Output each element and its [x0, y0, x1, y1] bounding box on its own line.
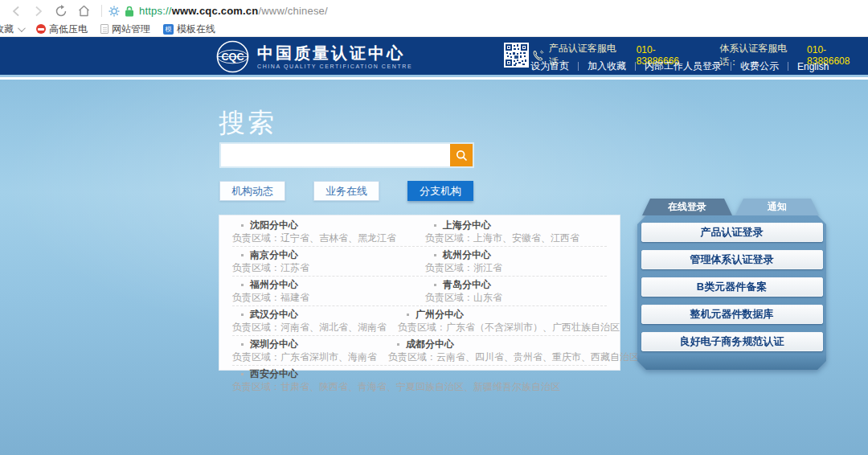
chevron-down-icon: [18, 24, 26, 32]
branch-region: 负责区域：江苏省: [232, 261, 414, 274]
bullet-icon: [434, 284, 436, 286]
branch-name[interactable]: 西安分中心: [250, 367, 298, 381]
branch-name[interactable]: 福州分中心: [250, 278, 298, 292]
branch-row: 西安分中心 负责区域：甘肃省、陕西省、青海省、宁夏回族自治区、新疆维吾尔族自治区: [232, 366, 607, 395]
link-divider: [731, 62, 731, 71]
product-cert-login-button[interactable]: 产品认证登录: [641, 223, 823, 242]
section-tabs: 机构动态 业务在线 分支机构: [219, 181, 473, 201]
refresh-icon: [55, 5, 68, 18]
back-icon: [12, 6, 20, 17]
link-staff-login[interactable]: 内部工作人员登录: [645, 59, 722, 73]
bookmark-favicon-blue: 模: [163, 24, 174, 35]
search-box: [219, 142, 474, 168]
branch-item: 西安分中心 负责区域：甘肃省、陕西省、青海省、宁夏回族自治区、新疆维吾尔族自治区: [232, 368, 607, 393]
login-panel-tabs: 在线登录 通知: [637, 199, 826, 215]
branch-item: 武汉分中心 负责区域：河南省、湖北省、湖南省: [232, 309, 387, 334]
link-add-favorite[interactable]: 加入收藏: [588, 59, 626, 73]
search-input[interactable]: [221, 144, 450, 166]
branch-name[interactable]: 杭州分中心: [443, 248, 491, 262]
branch-name[interactable]: 南京分中心: [250, 248, 298, 262]
branch-region: 负责区域：上海市、安徽省、江西省: [425, 232, 607, 244]
home-button[interactable]: [74, 3, 93, 19]
bookmark-template-online[interactable]: 模 模板在线: [163, 23, 215, 36]
branch-item: 深圳分中心 负责区域：广东省深圳市、海南省: [232, 338, 377, 363]
branch-region: 负责区域：福建省: [232, 291, 414, 304]
management-system-cert-login-button[interactable]: 管理体系认证登录: [641, 250, 823, 269]
bookmark-gaodiyadian[interactable]: 高低压电: [36, 23, 88, 36]
page-title: 搜索: [219, 105, 276, 141]
refresh-button[interactable]: [51, 3, 71, 19]
branch-region: 负责区域：山东省: [425, 291, 607, 304]
branch-region: 负责区域：广东省（不含深圳市）、广西壮族自治区: [398, 321, 620, 334]
tab-notice[interactable]: 通知: [735, 199, 819, 215]
site-title-block: 中国质量认证中心 CHINA QUALITY CERTIFICATION CEN…: [257, 44, 412, 69]
branch-item: 杭州分中心 负责区域：浙江省: [425, 249, 607, 274]
bookmarks-bar: 收藏 高低压电 网站管理 模 模板在线: [0, 22, 868, 36]
tab-online-business[interactable]: 业务在线: [313, 181, 379, 201]
address-bar[interactable]: https://www.cqc.com.cn/www/chinese/: [108, 5, 328, 17]
bookmark-favicon-page: [100, 24, 108, 34]
back-button[interactable]: [6, 3, 26, 19]
bullet-icon: [241, 254, 244, 256]
branch-name[interactable]: 广州分中心: [416, 308, 464, 322]
branch-name[interactable]: 青岛分中心: [443, 278, 491, 292]
search-icon: [456, 150, 468, 162]
branch-name[interactable]: 上海分中心: [443, 219, 491, 232]
branch-item: 沈阳分中心 负责区域：辽宁省、吉林省、黑龙江省: [232, 219, 414, 244]
tab-online-login[interactable]: 在线登录: [642, 199, 732, 215]
url-scheme: https://: [139, 5, 172, 17]
branch-name[interactable]: 成都分中心: [406, 338, 454, 351]
forward-icon: [35, 6, 43, 17]
bullet-icon: [241, 224, 244, 227]
qr-code-icon: [506, 44, 527, 66]
site-logo[interactable]: CQC 中国质量认证中心 CHINA QUALITY CERTIFICATION…: [215, 39, 412, 74]
browser-chrome: https://www.cqc.com.cn/www/chinese/ 收藏 高…: [0, 0, 868, 37]
main-content: 搜索 机构动态 业务在线 分支机构 沈阳分中心 负责区域：辽宁省、吉林省、黑龙江…: [0, 80, 868, 455]
ecommerce-standard-cert-button[interactable]: 良好电子商务规范认证: [641, 332, 823, 351]
url-path: /www/chinese/: [258, 5, 327, 17]
bullet-icon: [241, 314, 244, 316]
forward-button[interactable]: [29, 3, 48, 19]
bookmark-label: 网站管理: [112, 23, 150, 36]
bookmark-label: 高低压电: [49, 23, 88, 36]
branch-region: 负责区域：辽宁省、吉林省、黑龙江省: [232, 232, 414, 244]
branches-panel: 沈阳分中心 负责区域：辽宁省、吉林省、黑龙江省 上海分中心 负责区域：上海市、安…: [219, 215, 620, 371]
branch-name[interactable]: 武汉分中心: [250, 308, 298, 322]
login-panel: 在线登录 通知 产品认证登录 管理体系认证登录 B类元器件备案 整机元器件数据库…: [637, 199, 826, 370]
branch-region: 负责区域：广东省深圳市、海南省: [232, 350, 377, 363]
link-fee-publicity[interactable]: 收费公示: [740, 59, 779, 73]
secure-lock-icon: [125, 6, 134, 17]
branch-region: 负责区域：河南省、湖北省、湖南省: [232, 321, 387, 334]
branch-region: 负责区域：甘肃省、陕西省、青海省、宁夏回族自治区、新疆维吾尔族自治区: [232, 380, 607, 393]
link-set-homepage[interactable]: 设为首页: [530, 59, 569, 73]
branch-name[interactable]: 深圳分中心: [250, 338, 298, 351]
qr-code: [504, 43, 529, 68]
branch-region: 负责区域：云南省、四川省、贵州省、重庆市、西藏自治区: [388, 350, 639, 363]
bookmark-site-admin[interactable]: 网站管理: [100, 23, 150, 36]
tab-branch-offices[interactable]: 分支机构: [407, 181, 473, 201]
cqc-logo-icon: CQC: [215, 39, 250, 74]
bookmarks-folder-label: 收藏: [0, 23, 14, 36]
branch-row: 沈阳分中心 负责区域：辽宁省、吉林省、黑龙江省 上海分中心 负责区域：上海市、安…: [232, 217, 607, 247]
url-host: www.cqc.com.cn: [172, 5, 259, 17]
branch-item: 上海分中心 负责区域：上海市、安徽省、江西省: [425, 219, 607, 244]
site-title: 中国质量认证中心: [257, 44, 412, 62]
site-header: CQC 中国质量认证中心 CHINA QUALITY CERTIFICATION…: [0, 37, 868, 77]
search-button[interactable]: [450, 144, 473, 166]
bookmark-favicon-red: [36, 24, 46, 34]
b-class-component-filing-button[interactable]: B类元器件备案: [641, 277, 823, 297]
branch-row: 福州分中心 负责区域：福建省 青岛分中心 负责区域：山东省: [232, 277, 607, 306]
header-links: 设为首页 加入收藏 内部工作人员登录 收费公示 English: [530, 59, 829, 73]
machine-component-database-button[interactable]: 整机元器件数据库: [641, 305, 823, 324]
branch-item: 南京分中心 负责区域：江苏省: [232, 249, 414, 274]
link-divider: [635, 62, 636, 71]
url-text: https://www.cqc.com.cn/www/chinese/: [139, 5, 328, 17]
home-icon: [77, 5, 91, 17]
cqc-logo-text: CQC: [221, 51, 244, 63]
bullet-icon: [397, 343, 399, 346]
tab-agency-news[interactable]: 机构动态: [219, 181, 285, 201]
branch-name[interactable]: 沈阳分中心: [250, 219, 298, 232]
link-english[interactable]: English: [797, 61, 829, 72]
site-subtitle: CHINA QUALITY CERTIFICATION CENTRE: [257, 64, 412, 69]
bookmarks-folder[interactable]: 收藏: [0, 23, 23, 36]
